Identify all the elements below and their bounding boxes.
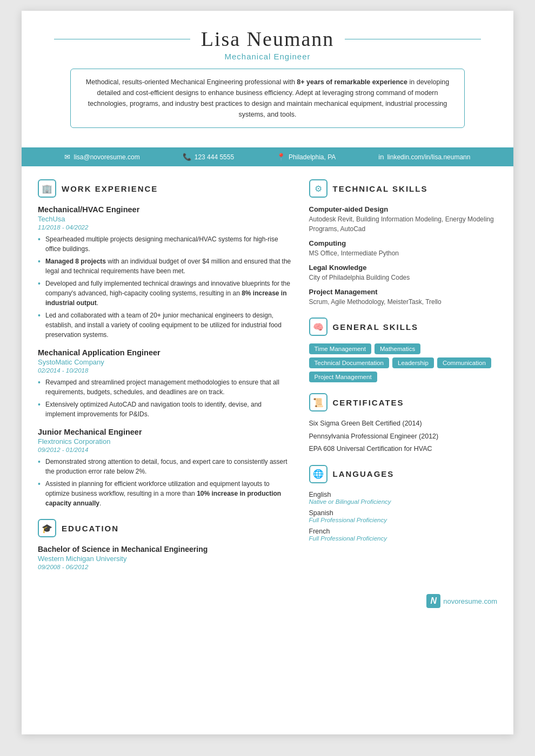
email-icon: ✉ <box>64 153 70 161</box>
job-2-bullets: Revamped and streamlined project managem… <box>38 377 293 419</box>
certificates-section: 📜 CERTIFICATES Six Sigma Green Belt Cert… <box>309 393 498 454</box>
job-1-dates: 11/2018 - 04/2022 <box>38 224 293 231</box>
languages-section: 🌐 LANGUAGES English Native or Bilingual … <box>309 465 498 542</box>
edu-degree: Bachelor of Science in Mechanical Engine… <box>38 545 293 554</box>
languages-icon: 🌐 <box>309 465 327 483</box>
job-1-company: TechUsa <box>38 215 293 223</box>
bullet-item: Developed and fully implemented technica… <box>38 279 293 308</box>
header-line-right <box>345 39 481 39</box>
job-2-title: Mechanical Application Engineer <box>38 348 293 357</box>
technical-skills-title: TECHNICAL SKILLS <box>333 184 428 193</box>
lang-english-name: English <box>309 491 498 498</box>
skill-computing-name: Computing <box>309 239 498 247</box>
bullet-item: Extensively optimized AutoCAD and naviga… <box>38 400 293 419</box>
skill-legal-detail: City of Philadelphia Building Codes <box>309 273 498 282</box>
job-2-dates: 02/2014 - 10/2018 <box>38 367 293 374</box>
edu-dates: 09/2008 - 06/2012 <box>38 564 293 570</box>
languages-header: 🌐 LANGUAGES <box>309 465 498 483</box>
work-experience-header: 🏢 WORK EXPERIENCE <box>38 179 293 198</box>
summary-text: Methodical, results-oriented Mechanical … <box>86 78 449 118</box>
lang-french-name: French <box>309 528 498 535</box>
candidate-name: Lisa Neumann <box>190 27 345 51</box>
right-column: ⚙ TECHNICAL SKILLS Computer-aided Design… <box>309 179 498 581</box>
education-section: 🎓 EDUCATION Bachelor of Science in Mecha… <box>38 519 293 570</box>
lang-french: French Full Professional Proficiency <box>309 528 498 542</box>
summary-box: Methodical, results-oriented Mechanical … <box>70 69 465 128</box>
general-skills-section: 🧠 GENERAL SKILLS Time Management Mathema… <box>309 318 498 382</box>
lang-english: English Native or Bilingual Proficiency <box>309 491 498 505</box>
skill-tag-time-management: Time Management <box>309 343 371 354</box>
lang-english-level: Native or Bilingual Proficiency <box>309 498 498 505</box>
skill-tag-tech-doc: Technical Documentation <box>309 357 390 368</box>
skill-tag-leadership: Leadership <box>392 357 434 368</box>
lang-spanish: Spanish Full Professional Proficiency <box>309 509 498 523</box>
job-1: Mechanical/HVAC Engineer TechUsa 11/2018… <box>38 205 293 340</box>
bullet-item: Spearheaded multiple projects designing … <box>38 234 293 254</box>
job-3-bullets: Demonstrated strong attention to detail,… <box>38 457 293 508</box>
header-section: Lisa Neumann Mechanical Engineer Methodi… <box>22 11 513 139</box>
job-2-company: SystoMatic Company <box>38 358 293 366</box>
general-skills-header: 🧠 GENERAL SKILLS <box>309 318 498 336</box>
header-lines: Lisa Neumann <box>54 27 481 51</box>
contact-phone: 📞 123 444 5555 <box>183 153 234 161</box>
education-title: EDUCATION <box>62 524 119 533</box>
work-experience-section: 🏢 WORK EXPERIENCE Mechanical/HVAC Engine… <box>38 179 293 508</box>
skill-cad: Computer-aided Design Autodesk Revit, Bu… <box>309 205 498 234</box>
skill-cad-name: Computer-aided Design <box>309 205 498 213</box>
work-experience-title: WORK EXPERIENCE <box>62 184 158 193</box>
linkedin-text: linkedin.com/in/lisa.neumann <box>387 153 470 161</box>
education-header: 🎓 EDUCATION <box>38 519 293 537</box>
header-line-left <box>54 39 190 39</box>
skill-tag-mathematics: Mathematics <box>374 343 420 354</box>
lang-french-level: Full Professional Proficiency <box>309 535 498 542</box>
skill-legal: Legal Knowledge City of Philadelphia Bui… <box>309 264 498 282</box>
contact-location: 📍 Philadelphia, PA <box>277 153 336 161</box>
bullet-item: Assisted in planning for efficient workf… <box>38 479 293 508</box>
skills-tags-container: Time Management Mathematics Technical Do… <box>309 343 498 382</box>
skill-pm-name: Project Management <box>309 288 498 296</box>
lang-spanish-level: Full Professional Proficiency <box>309 517 498 523</box>
left-column: 🏢 WORK EXPERIENCE Mechanical/HVAC Engine… <box>38 179 293 581</box>
contact-bar: ✉ lisa@novoresume.com 📞 123 444 5555 📍 P… <box>22 147 513 166</box>
location-text: Philadelphia, PA <box>289 153 336 161</box>
certificates-header: 📜 CERTIFICATES <box>309 393 498 411</box>
lang-spanish-name: Spanish <box>309 509 498 517</box>
general-skills-title: GENERAL SKILLS <box>333 322 419 332</box>
technical-skills-section: ⚙ TECHNICAL SKILLS Computer-aided Design… <box>309 179 498 307</box>
cert-2: Pennsylvania Professional Engineer (2012… <box>309 432 498 442</box>
skill-pm-detail: Scrum, Agile Methodology, MeisterTask, T… <box>309 297 498 307</box>
skill-legal-name: Legal Knowledge <box>309 264 498 272</box>
contact-email: ✉ lisa@novoresume.com <box>64 153 139 161</box>
email-text: lisa@novoresume.com <box>73 153 139 161</box>
resume-container: Lisa Neumann Mechanical Engineer Methodi… <box>22 11 513 734</box>
phone-text: 123 444 5555 <box>195 153 234 161</box>
main-content: 🏢 WORK EXPERIENCE Mechanical/HVAC Engine… <box>22 166 513 594</box>
logo-letter: N <box>426 594 440 608</box>
bullet-item: Revamped and streamlined project managem… <box>38 377 293 397</box>
job-3: Junior Mechanical Engineer Flextronics C… <box>38 428 293 508</box>
certificates-title: CERTIFICATES <box>333 398 404 407</box>
job-1-title: Mechanical/HVAC Engineer <box>38 205 293 214</box>
job-2: Mechanical Application Engineer SystoMat… <box>38 348 293 419</box>
technical-skills-header: ⚙ TECHNICAL SKILLS <box>309 179 498 198</box>
job-3-company: Flextronics Corporation <box>38 437 293 446</box>
skill-computing: Computing MS Office, Intermediate Python <box>309 239 498 258</box>
technical-icon: ⚙ <box>309 179 327 198</box>
education-icon: 🎓 <box>38 519 56 537</box>
phone-icon: 📞 <box>183 153 191 161</box>
candidate-title: Mechanical Engineer <box>54 52 481 61</box>
location-icon: 📍 <box>277 153 285 161</box>
general-skills-icon: 🧠 <box>309 318 327 336</box>
bullet-item: Demonstrated strong attention to detail,… <box>38 457 293 476</box>
skill-pm: Project Management Scrum, Agile Methodol… <box>309 288 498 307</box>
cert-1: Six Sigma Green Belt Certified (2014) <box>309 419 498 429</box>
bullet-item: Managed 8 projects with an individual bu… <box>38 256 293 276</box>
footer: N novoresume.com <box>22 594 513 618</box>
job-3-dates: 09/2012 - 01/2014 <box>38 447 293 453</box>
work-icon: 🏢 <box>38 179 56 198</box>
skill-tag-communication: Communication <box>437 357 491 368</box>
certificates-icon: 📜 <box>309 393 327 411</box>
linkedin-icon: in <box>378 153 384 161</box>
skill-computing-detail: MS Office, Intermediate Python <box>309 248 498 258</box>
skill-cad-detail: Autodesk Revit, Building Information Mod… <box>309 214 498 234</box>
